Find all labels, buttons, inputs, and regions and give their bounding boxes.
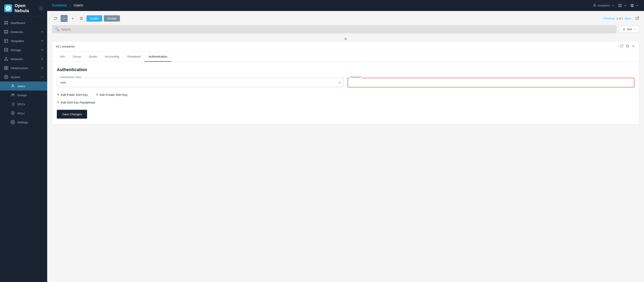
edit-private-ssh-key-link[interactable]: ✎ Edit Private SSH Key (96, 93, 128, 97)
panel-header-actions (620, 44, 635, 49)
next-label: Next (625, 17, 631, 20)
search-bar: 🔍 (52, 25, 616, 33)
delete-button[interactable] (78, 15, 85, 22)
tab-showback[interactable]: Showback (123, 52, 145, 62)
sidebar-nav: Dashboard Instances + Templates + Storag… (0, 17, 47, 282)
grid-view-button[interactable] (618, 3, 627, 7)
user-menu-button[interactable]: oneadmin (593, 3, 615, 7)
external-link-button[interactable] (635, 16, 639, 21)
trash-icon (80, 17, 83, 20)
edit-ssh-passphrase-link[interactable]: ✎ Edit SSH Key Passphrase (57, 101, 634, 104)
sort-label: Sort (627, 28, 632, 31)
panel-refresh-button[interactable] (620, 44, 623, 49)
svg-rect-24 (4, 68, 6, 70)
page-name: Users (74, 3, 83, 7)
edit-private-ssh-key-label: Edit Private SSH Key (100, 93, 128, 96)
language-button[interactable] (630, 3, 639, 7)
user-panel: #0 | oneadmin Info Group Quota (52, 41, 639, 124)
instances-expand-icon[interactable]: + (41, 30, 43, 34)
previous-button[interactable]: ‹ Previous (602, 17, 615, 20)
storage-icon (4, 48, 8, 52)
svg-rect-40 (620, 4, 622, 5)
tab-group[interactable]: Group (69, 52, 85, 62)
prev-chevron: ‹ (602, 17, 603, 20)
svg-point-38 (594, 4, 595, 5)
sidebar-item-storage[interactable]: Storage + (0, 45, 47, 54)
sidebar-item-label-acls: ACLs (17, 112, 24, 115)
auth-password-label: Password (350, 76, 362, 78)
panel-close-button[interactable] (632, 44, 635, 49)
dashboard-icon (4, 21, 8, 25)
panel-title: #0 | oneadmin (56, 45, 75, 48)
auth-driver-label: Authentication driver (59, 76, 82, 78)
sidebar-item-users[interactable]: Users (0, 81, 47, 90)
tab-accounting[interactable]: Accounting (101, 52, 123, 62)
remove-button[interactable] (60, 15, 68, 22)
sidebar-item-templates[interactable]: Templates + (0, 36, 47, 45)
sidebar-item-vdcs[interactable]: VDCs (0, 100, 47, 109)
disable-button[interactable]: Disable (104, 15, 120, 21)
sidebar-item-dashboard[interactable]: Dashboard (0, 18, 47, 27)
enable-button[interactable]: Enable (86, 15, 102, 21)
refresh-icon (54, 17, 57, 20)
search-icon: 🔍 (55, 27, 59, 31)
sort-button[interactable]: Sort (619, 26, 639, 33)
tab-info[interactable]: Info (56, 52, 69, 62)
sidebar-item-label-system: System (10, 75, 20, 79)
sidebar-item-groups[interactable]: Groups (0, 90, 47, 100)
sort-icon (622, 28, 625, 31)
storage-expand-icon[interactable]: + (41, 48, 43, 52)
panel-tabs: Info Group Quota Accounting Showback Aut… (52, 52, 639, 62)
networks-expand-icon[interactable]: + (41, 57, 43, 61)
auth-password-input[interactable]: b065663b91df7176a5d6567fddde2eb91b3ea73a… (348, 78, 634, 87)
svg-point-15 (4, 48, 8, 49)
sidebar-collapse-button[interactable]: ‹ (39, 6, 43, 10)
sidebar-item-networks[interactable]: Networks + (0, 54, 47, 63)
panel-pin-button[interactable] (626, 44, 629, 49)
sidebar-item-label-storage: Storage (10, 48, 21, 52)
svg-line-19 (5, 58, 6, 60)
sidebar-item-system[interactable]: System − (0, 72, 47, 81)
sidebar-item-infrastructure[interactable]: Infrastructure + (0, 63, 47, 72)
sidebar-item-instances[interactable]: Instances + (0, 27, 47, 36)
svg-rect-46 (63, 18, 65, 19)
authentication-section: Authentication Authentication driver cor… (52, 62, 639, 124)
topbar-actions: oneadmin (593, 3, 640, 7)
sidebar-item-label-instances: Instances (10, 30, 23, 33)
svg-rect-5 (4, 21, 6, 22)
auth-driver-select[interactable]: core ldap ssh x509 (57, 78, 344, 87)
templates-expand-icon[interactable]: + (41, 39, 43, 43)
svg-rect-12 (4, 39, 8, 43)
topbar: Sunstone | Users oneadmin (47, 0, 644, 11)
sidebar-item-label-networks: Networks (10, 57, 23, 61)
infrastructure-expand-icon[interactable]: + (41, 66, 43, 70)
search-sort-row: 🔍 Sort (52, 25, 639, 33)
svg-point-28 (12, 94, 13, 95)
user-chevron-icon (611, 3, 615, 7)
edit-public-ssh-key-link[interactable]: ✎ Edit Public SSH Key (57, 93, 88, 97)
save-changes-button[interactable]: Save Changes (57, 110, 87, 119)
sidebar-item-label-dashboard: Dashboard (10, 21, 25, 24)
title-separator: | (70, 3, 71, 7)
panel-header: #0 | oneadmin (52, 41, 639, 52)
edit-ssh-passphrase-label: Edit SSH Key Passphrase (61, 101, 95, 104)
svg-point-36 (12, 112, 13, 113)
search-input[interactable] (61, 28, 613, 31)
sidebar-item-settings[interactable]: Settings (0, 118, 47, 127)
separator-row (52, 36, 639, 41)
user-avatar-icon (593, 3, 596, 7)
svg-rect-39 (619, 4, 620, 5)
settings-icon (10, 120, 15, 124)
next-button[interactable]: Next › (625, 17, 632, 20)
system-collapse-icon[interactable]: − (41, 75, 43, 79)
refresh-button[interactable] (52, 15, 59, 22)
ssh-passphrase-row: ✎ Edit SSH Key Passphrase (57, 101, 634, 104)
sidebar-item-label-templates: Templates (10, 39, 24, 43)
tab-authentication[interactable]: Authentication (145, 52, 171, 62)
sidebar-item-acls[interactable]: ACLs (0, 109, 47, 118)
svg-point-26 (6, 76, 7, 78)
svg-point-27 (12, 85, 13, 86)
add-button[interactable] (69, 15, 76, 22)
tab-quota[interactable]: Quota (85, 52, 101, 62)
sort-chevron-icon (634, 28, 636, 30)
